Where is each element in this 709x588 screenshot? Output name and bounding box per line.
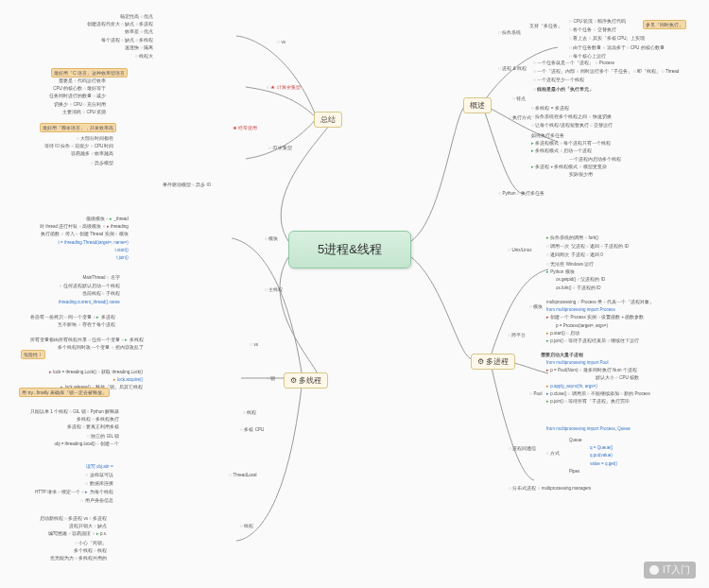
node[interactable]: 线程 [238,522,255,529]
node[interactable]: Python ○ 执行多任务 [496,189,546,197]
node[interactable]: 创建进程代价大 ○ 缺点 ○ 多进程 [85,21,155,27]
node[interactable]: CPU 轮流 ○ 顺序执行代码 [567,17,628,25]
node[interactable]: MainThread ○ 名字 [81,274,122,281]
node[interactable]: 稳定性高 ○ 优点 [118,13,155,20]
node[interactable]: 一个进程至少一个线程 [531,77,586,84]
node[interactable]: t = threading.Thread(target=, name=) [57,239,130,246]
node[interactable]: 实际很少用 [567,172,595,179]
branch-overview[interactable]: 概述 [463,97,492,113]
node[interactable]: HTTP 请求 ○ 绑定一个 ○ 为每个线程 [33,489,115,495]
node[interactable]: Python 模块 [545,268,577,275]
node[interactable]: 创建一个 Process 实例 ○ 设置函数 + 函数参数 [545,315,646,321]
node[interactable]: 锁 [265,374,277,382]
node[interactable]: 当前线程 ○ 子线程 [80,291,122,298]
node[interactable]: p.apply_async(fn, args=) [545,383,599,389]
node[interactable]: 操作系统的调用 ○ fork() [545,234,600,241]
branch-multiproc[interactable]: ⚙ 多进程 [471,354,515,370]
node[interactable]: value = q.get() [588,460,619,467]
node[interactable]: 操作系统 [496,28,523,36]
node[interactable]: 低级模块 ○ _thread [84,216,130,222]
node-highlight[interactable]: 危险性！ [21,350,45,359]
node[interactable]: 每个进程 ○ 缺点 ○ 多线程 [99,37,155,43]
node[interactable]: 切换少 ○ CPU ○ 充分利用 [52,101,108,108]
node[interactable]: 大部分时间都在 [75,134,115,142]
node[interactable]: IO 密集型 [267,144,294,151]
center-topic[interactable]: 5进程&线程 [288,231,411,268]
node[interactable]: 模块 [527,303,545,310]
node[interactable]: 线程 [241,408,258,416]
node[interactable]: from multiprocessing import Pool [545,359,611,366]
node[interactable]: 这样就可以 [83,471,114,478]
node[interactable]: lock.acquire() [112,376,145,383]
node[interactable]: 主线程 [263,285,285,293]
branch-summary[interactable]: 总结 [314,112,342,128]
node[interactable]: threading.current_thread().name [57,299,122,305]
node[interactable]: vs [248,340,260,348]
node[interactable]: 多个线程 ○ 线程 [72,547,109,554]
node[interactable]: 让每个线程/进程短暂执行 ○ 交替运行 [529,122,614,130]
node[interactable]: q.put(value) [588,453,614,459]
node-highlight[interactable]: 最好用「C 语言」这种效率型语言 [51,68,128,78]
node[interactable]: 看上去 ○ 其实「多核 CPU」上实现 [567,35,647,43]
node[interactable]: 如何执行多任务 [529,132,566,139]
node[interactable]: 由于任务数量 ○ 远远多于 ○ CPU 的核心数量 [567,43,666,51]
node[interactable]: 多进程 + 多线程模式 ○ 模型更复杂 [529,164,609,170]
node[interactable]: os.getpid() ○ 父进程的 ID [554,277,607,284]
node[interactable]: 异步模型 [89,159,115,166]
node[interactable]: 进程间通信 [507,444,538,452]
node[interactable]: 效率差 ○ 优点 [123,29,155,36]
node[interactable]: 读写 obj.attr = [84,463,115,470]
node[interactable]: 数据库连接 [83,480,114,488]
node[interactable]: 多进程 ○ 要真正利用多核 [65,424,121,431]
node[interactable]: 容易越多 ○ 效率越高 [69,151,115,158]
node[interactable]: multiprocessing ○ Process 类 ○ 代表一个「进程对象」 [545,299,656,305]
node[interactable]: 跨平台 [506,331,527,338]
node[interactable]: 独立的 GIL 锁 [85,432,121,440]
node[interactable]: from multiprocessing import Process, Que… [545,425,632,432]
node[interactable]: 特点 [510,95,527,102]
node[interactable]: t.join() [114,255,130,262]
node[interactable]: 返回两次 子进程 ○ 返回 0 [545,251,605,259]
node[interactable]: 操作系统在多个线程之间 ○ 快速切换 [529,112,614,120]
node[interactable]: 线程大 [133,53,155,61]
node[interactable]: 线程是最小的「执行单元」 [531,85,596,93]
node[interactable]: p.join() ○ 等待所有「子进程」执行完毕 [545,399,631,406]
node[interactable]: 也无能为力 ○ 多线程共用的 [48,556,109,562]
node[interactable]: 默认大小 ○ CPU 核数 [594,375,641,382]
node[interactable]: 所有变量都由所有线程共享 ○ 任何一个变量 ○ 多线程 [28,337,146,343]
node[interactable]: 进程 & 线程 [496,64,528,72]
node[interactable]: 无法在 Windows 运行 [545,260,596,268]
node[interactable]: t.start() [112,247,130,253]
node[interactable]: Pipes [567,468,581,475]
node[interactable]: 多进程模式 ○ 每个进程只有一个线程 [529,140,613,147]
node[interactable]: p = Process(target=, args=) [554,322,610,329]
node[interactable]: 一个任务就是一个「进程」 ○ Process [531,59,616,66]
node[interactable]: 执行方式 [507,113,533,121]
node[interactable]: ★ 经常使用 [231,125,259,131]
node[interactable]: 多线程模式 ○ 启动一个进程 [529,148,594,155]
node[interactable]: 各自有一份拷贝 ○ 同一个变量 ○ 多进程 [28,314,117,320]
node[interactable]: 需要启动大量子进程 [539,352,585,358]
node[interactable]: 需要是 ○ 代码运行效率 [57,78,108,84]
node[interactable]: 编写困难 ○ 容易崩溃 ○ p.s. [46,531,109,538]
node[interactable]: lock = threading.Lock() ○ 获取 threading.L… [47,369,145,375]
branch-multithread[interactable]: ⚙ 多线程 [284,372,328,389]
node[interactable]: p.close() ○ 调用后 ○ 不能继续添加 ○ 新的 Process [545,390,652,397]
node[interactable]: 多线程 ○ 多线程执行 [75,416,121,423]
node[interactable]: 主要消耗 ○ CPU 资源 [61,109,108,115]
node[interactable]: 各个任务 ○ 交替执行 [567,26,618,33]
node[interactable]: from multiprocessing import Process [545,306,617,313]
node-highlight[interactable]: 用 try...finally 来确保「锁一定会被释放」 [19,388,110,397]
node[interactable]: Unix/Linux [506,246,533,253]
node[interactable]: 只能以单 1 个线程 ○ GIL 锁 ○ Python 解释器 [28,408,121,415]
node[interactable]: 互不影响 ○ 存在于每个进程 [56,321,116,328]
node[interactable]: 任务同时进行的数量 ○ 减少 [47,94,108,100]
node[interactable]: 一个进程内启动多个线程 [567,156,623,163]
node[interactable]: ThreadLocal [227,471,258,478]
node-highlight[interactable]: 参见「同时执行」 [643,20,686,29]
node[interactable]: 调用一次 父进程 ○ 返回 ○ 子进程的 ID [545,242,631,250]
node[interactable]: p.join() ○ 等待子进程结束后 ○ 继续往下运行 [545,338,641,345]
node[interactable]: 等待 IO 操作 ○ 花很少 ○ CPU 时间 [43,143,115,149]
node[interactable]: 多个线程同时改一个变量 ○ 把内容改乱了 [56,344,145,351]
node[interactable]: ★ 计算密集型 [265,83,303,91]
